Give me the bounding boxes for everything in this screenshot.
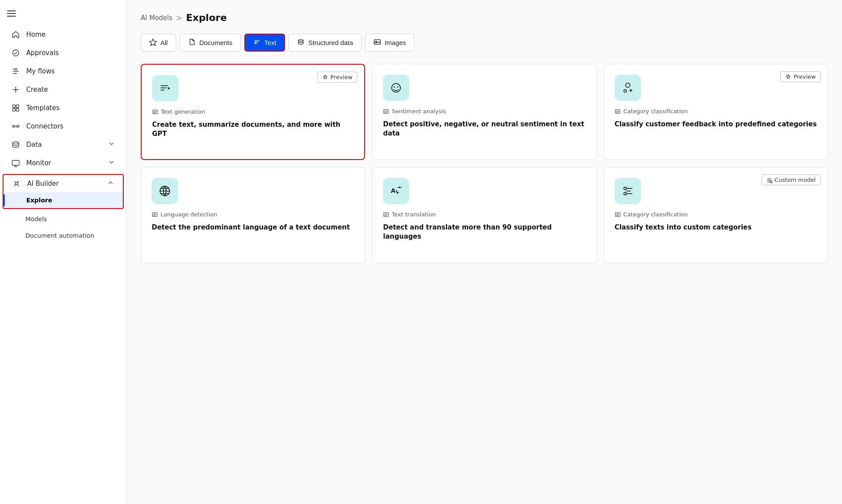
sidebar-item-templates[interactable]: Templates (3, 99, 124, 117)
svg-marker-15 (150, 39, 157, 46)
doc-automation-label: Document automation (25, 232, 94, 239)
ai-builder-icon (12, 179, 21, 188)
sidebar-subitem-explore[interactable]: Explore (3, 192, 123, 208)
breadcrumb-current: Explore (186, 12, 226, 23)
flows-icon (11, 67, 20, 76)
card-type-custom-category: Category classification (615, 211, 817, 218)
card-text-translation[interactable]: A Text translation Detect and translate … (372, 167, 596, 263)
svg-text:T: T (254, 40, 257, 45)
card-type-category: Category classification (615, 108, 817, 115)
tab-images[interactable]: Images (365, 34, 414, 52)
monitor-icon (11, 159, 20, 167)
hamburger-button[interactable] (0, 3, 126, 25)
card-icon-language (152, 178, 178, 204)
sidebar-data-left: Data (11, 140, 42, 149)
card-category-classification[interactable]: Preview Category classification Classify… (604, 64, 828, 160)
tab-structured-data[interactable]: Structured data (289, 34, 362, 52)
card-sentiment-analysis[interactable]: Sentiment analysis Detect positive, nega… (372, 64, 596, 160)
svg-rect-7 (16, 108, 19, 111)
sidebar-subitem-models[interactable]: Models (3, 211, 124, 227)
card-type-sentiment: Sentiment analysis (383, 108, 585, 115)
card-type-label-6: Category classification (623, 211, 688, 218)
chevron-up-icon (107, 179, 114, 188)
card-type-label-4: Language detection (160, 211, 217, 218)
card-title-category: Classify customer feedback into predefin… (615, 120, 817, 129)
svg-point-35 (626, 83, 630, 87)
card-type-label-3: Category classification (623, 108, 688, 115)
svg-rect-37 (615, 109, 620, 113)
sidebar-create-label: Create (26, 86, 48, 94)
models-label: Models (25, 216, 47, 222)
tab-images-label: Images (385, 39, 406, 46)
sidebar: Home Approvals My flows Create Templates… (0, 0, 127, 504)
sidebar-monitor-label: Monitor (26, 159, 51, 167)
card-custom-category[interactable]: Custom model Category classification Cla… (604, 167, 828, 263)
sidebar-ai-builder-label: AI Builder (27, 180, 59, 188)
card-icon-category (615, 75, 641, 101)
card-type-translation: Text translation (383, 211, 585, 218)
card-badge-custom: Custom model (762, 174, 821, 185)
svg-point-8 (13, 125, 15, 128)
svg-rect-26 (153, 110, 158, 114)
card-text-generation[interactable]: Preview Text generation Create text, sum… (141, 64, 365, 160)
sidebar-flows-label: My flows (26, 67, 55, 75)
sidebar-item-ai-builder[interactable]: AI Builder (3, 175, 123, 192)
tab-documents[interactable]: Documents (180, 34, 241, 52)
card-type-label-2: Sentiment analysis (392, 108, 446, 115)
svg-rect-4 (13, 105, 15, 108)
sidebar-item-monitor[interactable]: Monitor (3, 154, 124, 172)
svg-point-20 (299, 40, 303, 42)
card-title-language: Detect the predominant language of a tex… (152, 223, 354, 232)
svg-line-57 (772, 182, 772, 183)
svg-rect-21 (374, 40, 380, 45)
card-badge-text-gen: Preview (317, 72, 358, 83)
star-icon (149, 38, 157, 47)
sidebar-item-home[interactable]: Home (3, 26, 124, 43)
svg-rect-41 (153, 212, 157, 216)
sidebar-connectors-label: Connectors (26, 122, 63, 130)
card-icon-translation: A (383, 178, 409, 204)
svg-rect-6 (13, 108, 15, 111)
sidebar-item-data[interactable]: Data (3, 136, 124, 153)
sidebar-item-create[interactable]: Create (3, 81, 124, 98)
sidebar-item-approvals[interactable]: Approvals (3, 44, 124, 62)
card-title-sentiment: Detect positive, negative, or neutral se… (383, 120, 585, 138)
card-icon-sentiment (383, 75, 409, 101)
card-language-detection[interactable]: Language detection Detect the predominan… (141, 167, 365, 263)
badge-preview-label-1: Preview (331, 74, 353, 80)
badge-preview-label-3: Preview (793, 73, 816, 80)
breadcrumb-separator: > (176, 13, 182, 22)
card-title-text-gen: Create text, summarize documents, and mo… (152, 120, 354, 139)
breadcrumb-parent[interactable]: AI Models (141, 14, 172, 22)
tab-documents-label: Documents (199, 39, 233, 46)
svg-point-48 (624, 187, 626, 190)
tab-all-label: All (160, 39, 168, 46)
sidebar-subitem-document-automation[interactable]: Document automation (3, 228, 124, 243)
tab-all[interactable]: All (141, 34, 176, 52)
sidebar-item-connectors[interactable]: Connectors (3, 118, 124, 135)
svg-rect-32 (384, 109, 389, 113)
tab-text[interactable]: T Text (244, 34, 285, 52)
sidebar-monitor-left: Monitor (11, 159, 51, 167)
cards-grid: Preview Text generation Create text, sum… (141, 64, 828, 263)
card-badge-category: Preview (780, 71, 821, 82)
sidebar-approvals-label: Approvals (26, 49, 59, 57)
svg-point-30 (394, 87, 395, 88)
card-type-label-5: Text translation (392, 211, 435, 218)
tab-structured-label: Structured data (308, 39, 353, 46)
create-icon (11, 85, 20, 94)
svg-point-31 (397, 87, 399, 88)
templates-icon (11, 104, 20, 112)
sidebar-data-label: Data (26, 141, 42, 149)
svg-point-9 (17, 125, 19, 128)
chevron-down-icon (108, 140, 115, 149)
images-icon (373, 38, 381, 47)
card-title-translation: Detect and translate more than 90 suppor… (383, 223, 585, 241)
filter-tabs: All Documents T Text Structured data (141, 34, 828, 52)
explore-label: Explore (26, 197, 52, 204)
sidebar-item-my-flows[interactable]: My flows (3, 63, 124, 80)
svg-rect-5 (16, 105, 19, 108)
card-type-language: Language detection (152, 211, 354, 218)
svg-point-36 (624, 90, 626, 92)
structured-icon (297, 38, 305, 47)
